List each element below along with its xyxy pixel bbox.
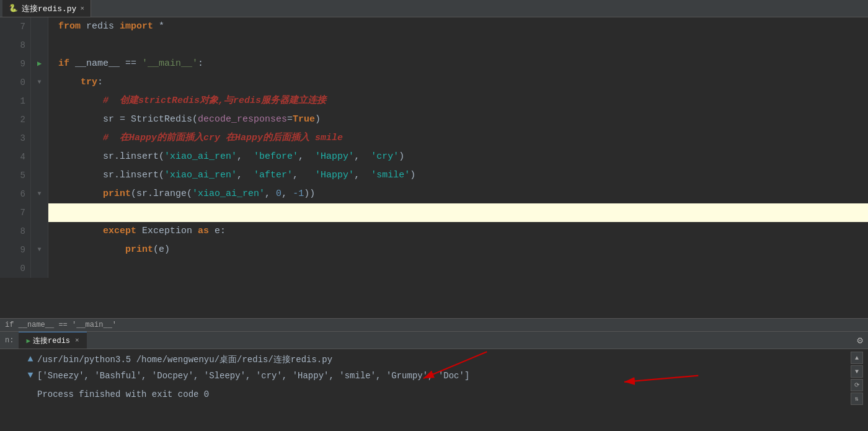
line-number: 5 <box>0 166 31 185</box>
fold-icon[interactable]: ▼ <box>37 73 41 92</box>
bottom-panel-controls: ⚙ <box>857 334 868 347</box>
cmd-gutter: ▲ <box>24 352 37 368</box>
bottom-tab-bar: n: ▶ 连接redis × ⚙ <box>0 332 868 349</box>
code-content <box>48 259 868 278</box>
line-number: 6 <box>0 185 31 203</box>
run-icon[interactable]: ▶ <box>37 55 42 73</box>
line-number: 0 <box>0 73 31 92</box>
tab-label: 连接redis.py <box>22 3 76 14</box>
gutter-cell: ▶ <box>31 55 48 73</box>
code-content: # 在Happy的前面插入cry 在Happy的后面插入 smile <box>48 129 868 148</box>
scroll-down-button[interactable]: ▼ <box>851 365 863 378</box>
code-content: try: <box>48 73 868 92</box>
code-content: # 创建strictRedis对象,与redis服务器建立连接 <box>48 92 868 110</box>
result-text: ['Sneezy', 'Bashful', 'Docpey', 'Sleepy'… <box>37 368 469 384</box>
run-tab-close[interactable]: × <box>75 337 79 344</box>
settings-icon[interactable]: ⚙ <box>857 335 863 347</box>
gutter-cell <box>31 203 48 222</box>
code-line: 4 sr.linsert('xiao_ai_ren', 'before', 'H… <box>0 148 868 166</box>
editor-tab[interactable]: 🐍 连接redis.py × <box>2 0 91 17</box>
gutter-cell <box>31 110 48 129</box>
status-bar: if __name__ == '__main__' <box>0 318 868 332</box>
bottom-panel: n: ▶ 连接redis × ⚙ ▲ ▼ ⟳ ⇅ ▲ /usr/bin/pyth… <box>0 332 868 431</box>
line-number: 8 <box>0 222 31 241</box>
run-tab-label: 连接redis <box>33 335 70 346</box>
code-line: 6▼ print(sr.lrange('xiao_ai_ren', 0, -1)… <box>0 185 868 203</box>
code-content: if __name__ == '__main__': <box>48 55 868 73</box>
gutter-cell <box>31 92 48 110</box>
gutter-cell: ▼ <box>31 73 48 92</box>
code-content <box>48 36 868 55</box>
code-line: 1 # 创建strictRedis对象,与redis服务器建立连接 <box>0 92 868 110</box>
line-number: 7 <box>0 17 31 36</box>
code-content: from redis import * <box>48 17 868 36</box>
editor-area: 7from redis import *89▶if __name__ == '_… <box>0 17 868 318</box>
scroll-up-button[interactable]: ▲ <box>851 352 863 364</box>
code-line: 5 sr.linsert('xiao_ai_ren', 'after', 'Ha… <box>0 166 868 185</box>
tab-close-button[interactable]: × <box>80 5 84 12</box>
line-number: 7 <box>0 203 31 222</box>
reset-button[interactable]: ⟳ <box>851 379 863 391</box>
code-line: 9▶if __name__ == '__main__': <box>0 55 868 73</box>
line-number: 9 <box>0 55 31 73</box>
code-container: 7from redis import *89▶if __name__ == '_… <box>0 17 868 318</box>
output-line-cmd: ▲ /usr/bin/python3.5 /home/wengwenyu/桌面/… <box>0 352 868 368</box>
py-icon: 🐍 <box>9 4 18 13</box>
scroll-toggle-button[interactable]: ⇅ <box>851 393 863 405</box>
code-line: 9▼ print(e) <box>0 241 868 259</box>
cmd-text: /usr/bin/python3.5 /home/wengwenyu/桌面/re… <box>37 352 332 368</box>
fold-icon[interactable]: ▼ <box>37 241 41 259</box>
output-line-result: ▼ ['Sneezy', 'Bashful', 'Docpey', 'Sleep… <box>0 368 868 384</box>
gutter-cell: ▼ <box>31 241 48 259</box>
gutter-cell <box>31 222 48 241</box>
code-line: 0 <box>0 259 868 278</box>
gutter-cell <box>31 17 48 36</box>
line-number: 4 <box>0 148 31 166</box>
status-text: if __name__ == '__main__' <box>5 321 117 329</box>
gutter-cell <box>31 129 48 148</box>
result-gutter: ▼ <box>24 368 37 384</box>
run-tab-prefix: n: <box>0 336 19 345</box>
gutter-cell: ▼ <box>31 185 48 203</box>
code-line: 7from redis import * <box>0 17 868 36</box>
code-content: print(sr.lrange('xiao_ai_ren', 0, -1)) <box>48 185 868 203</box>
gutter-cell <box>31 148 48 166</box>
code-line: 0▼ try: <box>0 73 868 92</box>
gutter-cell <box>31 166 48 185</box>
code-content: sr.linsert('xiao_ai_ren', 'after', 'Happ… <box>48 166 868 185</box>
code-content: sr.linsert('xiao_ai_ren', 'before', 'Hap… <box>48 148 868 166</box>
tab-bar: 🐍 连接redis.py × <box>0 0 868 17</box>
code-line: 8 <box>0 36 868 55</box>
run-tab-icon: ▶ <box>26 337 30 345</box>
code-content <box>48 203 868 222</box>
line-number: 1 <box>0 92 31 110</box>
line-number: 0 <box>0 259 31 278</box>
line-number: 2 <box>0 110 31 129</box>
output-toolbar: ▲ ▼ ⟳ ⇅ <box>851 352 863 405</box>
process-text: Process finished with exit code 0 <box>37 386 209 402</box>
code-content: print(e) <box>48 241 868 259</box>
output-line-process: Process finished with exit code 0 <box>0 386 868 402</box>
line-number: 9 <box>0 241 31 259</box>
code-line: 7 <box>0 203 868 222</box>
code-line: 2 sr = StrictRedis(decode_responses=True… <box>0 110 868 129</box>
gutter-cell <box>31 259 48 278</box>
bottom-content: ▲ ▼ ⟳ ⇅ ▲ /usr/bin/python3.5 /home/wengw… <box>0 349 868 431</box>
code-content: except Exception as e: <box>48 222 868 241</box>
run-tab[interactable]: ▶ 连接redis × <box>19 332 86 349</box>
gutter-cell <box>31 36 48 55</box>
code-line: 3 # 在Happy的前面插入cry 在Happy的后面插入 smile <box>0 129 868 148</box>
code-content: sr = StrictRedis(decode_responses=True) <box>48 110 868 129</box>
line-number: 3 <box>0 129 31 148</box>
code-line: 8 except Exception as e: <box>0 222 868 241</box>
line-number: 8 <box>0 36 31 55</box>
fold-icon[interactable]: ▼ <box>37 185 41 203</box>
